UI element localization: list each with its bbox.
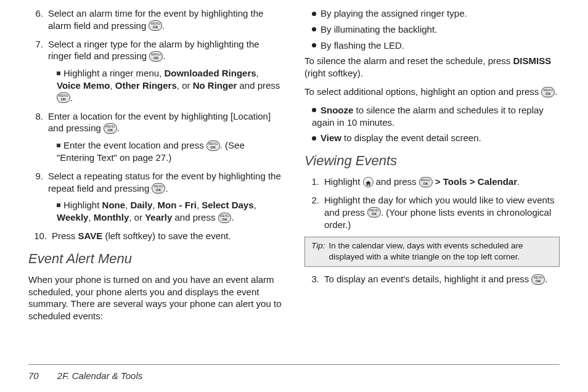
step-content: Highlight and press MENUOK > Tools > Cal… xyxy=(324,176,560,188)
bullet-item: By flashing the LED. xyxy=(304,39,560,52)
section-title: 2F. Calendar & Tools xyxy=(57,370,142,381)
option-view: View to display the event detail screen. xyxy=(304,132,560,144)
tip-label: Tip: xyxy=(311,240,325,263)
step-9: 9. Select a repeating status for the eve… xyxy=(28,170,284,224)
menu-ok-icon: MENUOK xyxy=(206,141,220,151)
additional-options-text: To select additional options, highlight … xyxy=(304,86,560,98)
step-content: To display an event's details, highlight… xyxy=(324,273,560,285)
event-alert-intro: When your phone is turned on and you hav… xyxy=(28,274,284,322)
right-column: By playing the assigned ringer type. By … xyxy=(304,7,560,392)
menu-ok-icon: MENUOK xyxy=(541,87,555,97)
tip-text: In the calendar view, days with events s… xyxy=(329,240,553,263)
view-step-2: 2. Highlight the day for which you would… xyxy=(304,194,560,231)
step-number: 8. xyxy=(28,110,43,164)
sub-item: Highlight a ringer menu, Downloaded Ring… xyxy=(48,67,284,104)
footer-rule xyxy=(28,364,560,365)
dot-icon xyxy=(312,43,316,47)
gt-icon: > xyxy=(435,176,441,187)
option-snooze: Snooze to silence the alarm and schedule… xyxy=(304,104,560,129)
menu-ok-icon: MENUOK xyxy=(149,51,163,62)
square-bullet-icon xyxy=(57,203,60,207)
heading-viewing-events: Viewing Events xyxy=(304,152,560,169)
step-8: 8. Enter a location for the event by hig… xyxy=(28,110,284,164)
step-content: Press SAVE (left softkey) to save the ev… xyxy=(52,230,284,242)
page-footer: 70 2F. Calendar & Tools xyxy=(28,370,142,381)
dot-icon xyxy=(312,108,316,112)
viewing-steps: 1. Highlight and press MENUOK > Tools > … xyxy=(304,176,560,231)
menu-ok-icon: MENUOK xyxy=(218,213,232,223)
step-7: 7. Select a ringer type for the alarm by… xyxy=(28,38,284,104)
left-column: 6. Select an alarm time for the event by… xyxy=(28,7,284,392)
heading-event-alert-menu: Event Alert Menu xyxy=(28,250,284,267)
page: 6. Select an alarm time for the event by… xyxy=(0,0,588,392)
step-number: 10. xyxy=(28,230,47,242)
dot-icon xyxy=(312,136,316,141)
step-number: 9. xyxy=(28,170,43,224)
menu-ok-icon: MENUOK xyxy=(57,92,70,103)
step-number: 6. xyxy=(28,7,43,32)
view-step-3: 3. To display an event's details, highli… xyxy=(304,273,560,285)
dot-icon xyxy=(312,12,316,16)
view-step-1: 1. Highlight and press MENUOK > Tools > … xyxy=(304,176,560,188)
tip-box: Tip: In the calendar view, days with eve… xyxy=(304,237,560,267)
page-number: 70 xyxy=(28,370,39,381)
menu-ok-icon: MENUOK xyxy=(152,183,165,194)
step-content: Select a ringer type for the alarm by hi… xyxy=(48,38,284,104)
step-content: Highlight the day for which you would li… xyxy=(324,194,560,231)
dot-icon xyxy=(312,27,316,31)
step-content: Enter a location for the event by highli… xyxy=(48,110,284,164)
menu-ok-icon: MENUOK xyxy=(367,207,381,218)
step-10: 10. Press SAVE (left softkey) to save th… xyxy=(28,230,284,242)
square-bullet-icon xyxy=(57,71,60,75)
menu-ok-icon: MENUOK xyxy=(149,20,162,31)
menu-ok-icon: MENUOK xyxy=(419,177,433,187)
step-content: Select an alarm time for the event by hi… xyxy=(48,7,284,32)
menu-ok-icon: MENUOK xyxy=(531,274,545,285)
step-number: 7. xyxy=(28,38,43,104)
square-bullet-icon xyxy=(57,144,60,147)
instruction-list: 6. Select an alarm time for the event by… xyxy=(28,7,284,242)
silence-alarm-text: To silence the alarm and reset the sched… xyxy=(304,55,560,80)
step-6: 6. Select an alarm time for the event by… xyxy=(28,7,284,32)
viewing-steps-cont: 3. To display an event's details, highli… xyxy=(304,273,560,285)
step-number: 1. xyxy=(304,176,319,188)
step-content: Select a repeating status for the event … xyxy=(48,170,284,224)
sub-item: Enter the event location and press MENUO… xyxy=(48,139,284,164)
sub-item: Highlight None, Daily, Mon - Fri, Select… xyxy=(48,199,284,224)
menu-ok-icon: MENUOK xyxy=(104,123,117,134)
step-number: 3. xyxy=(304,273,319,285)
bullet-item: By playing the assigned ringer type. xyxy=(304,7,560,20)
bullet-item: By illuminating the backlight. xyxy=(304,23,560,36)
gt-icon: > xyxy=(470,176,475,187)
home-icon xyxy=(363,177,374,187)
step-number: 2. xyxy=(304,194,319,231)
